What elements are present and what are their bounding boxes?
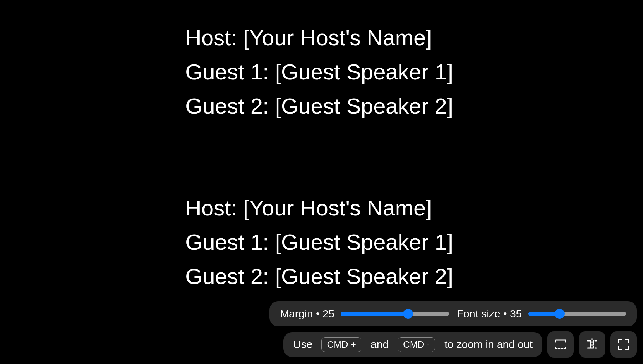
fullscreen-icon xyxy=(617,338,630,351)
text-block-1: Host: [Your Host's Name] Guest 1: [Guest… xyxy=(185,21,456,123)
fontsize-label-text: Font size xyxy=(457,308,500,319)
layout-width-icon xyxy=(554,337,568,352)
hint-suffix: to zoom in and out xyxy=(444,338,533,350)
mirror-button[interactable] xyxy=(579,331,605,358)
text-block-2: Host: [Your Host's Name] Guest 1: [Guest… xyxy=(185,191,456,293)
fontsize-label: Font size • 35 xyxy=(457,308,522,320)
margin-label-text: Margin xyxy=(280,308,313,319)
teleprompter-content: Host: [Your Host's Name] Guest 1: [Guest… xyxy=(185,21,456,294)
fontsize-value: 35 xyxy=(510,308,522,319)
margin-control: Margin • 25 xyxy=(280,308,449,320)
margin-label: Margin • 25 xyxy=(280,308,334,320)
margin-slider-fill xyxy=(341,312,408,316)
fullscreen-button[interactable] xyxy=(610,331,637,358)
sliders-panel: Margin • 25 Font size • 35 xyxy=(269,301,637,326)
fontsize-control: Font size • 35 xyxy=(457,308,626,320)
zoom-hint-panel: Use CMD + and CMD - to zoom in and out xyxy=(283,332,542,357)
fontsize-slider-thumb[interactable] xyxy=(555,309,565,319)
bottom-row: Use CMD + and CMD - to zoom in and out xyxy=(283,331,637,358)
hint-prefix: Use xyxy=(293,338,312,350)
margin-slider-thumb[interactable] xyxy=(403,309,413,319)
margin-sep: • xyxy=(316,308,320,319)
layout-width-button[interactable] xyxy=(547,331,574,358)
controls-container: Margin • 25 Font size • 35 Use CMD + xyxy=(269,301,637,358)
kbd-zoom-out: CMD - xyxy=(398,337,435,352)
fontsize-slider[interactable] xyxy=(528,312,626,316)
mirror-icon xyxy=(585,337,599,352)
kbd-zoom-in: CMD + xyxy=(322,337,361,352)
margin-value: 25 xyxy=(323,308,334,319)
fontsize-sep: • xyxy=(503,308,507,319)
hint-mid: and xyxy=(371,338,389,350)
margin-slider[interactable] xyxy=(341,312,449,316)
